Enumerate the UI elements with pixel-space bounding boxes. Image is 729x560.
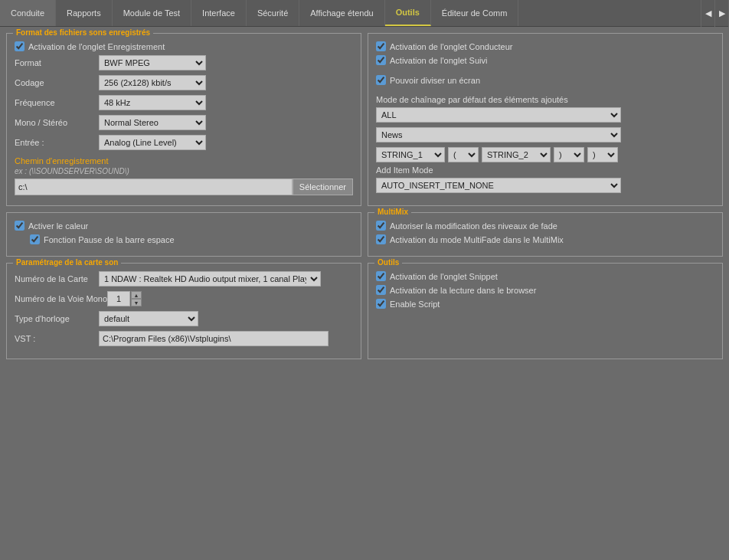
voie-label: Numéro de la Voie Mono [15,294,107,303]
suivi-checkbox[interactable] [376,55,386,65]
string1-select[interactable]: STRING_1 STRING_2 [376,147,445,162]
snippet-label: Activation de l'onglet Snippet [390,272,498,281]
horloge-label: Type d'horloge [15,314,99,323]
chaine-select[interactable]: ALL NONE FOLLOW [376,107,621,123]
entree-select[interactable]: Analog (Line Level) Digital [99,135,206,150]
carte-select[interactable]: 1 NDAW : Realtek HD Audio output mixer, … [99,271,321,287]
path-title: Chemin d'enregistrement [15,156,353,165]
path-input[interactable] [15,178,293,195]
lecture-label: Activation de la lecture dans le browser [390,286,536,295]
caleur-panel: Activer le caleur Fonction Pause de la b… [6,212,361,257]
carte-panel-title: Paramétrage de la carte son [13,258,121,267]
paren-close-select[interactable]: ) ] [554,147,584,162]
entree-row: Entrée : Analog (Line Level) Digital [15,135,353,150]
diviser-checkbox[interactable] [376,75,386,85]
multifade-checkbox[interactable] [376,234,386,244]
multifade-row: Activation du mode MultiFade dans le Mul… [376,234,714,244]
nav-item-affichage[interactable]: Affichage étendu [299,0,384,26]
format-select[interactable]: BWF MPEG WAV MP3 [99,55,206,70]
string2-select[interactable]: STRING_2 STRING_1 [482,147,551,162]
horloge-select[interactable]: default internal external [99,311,198,326]
suivi-row: Activation de l'onglet Suivi [376,55,714,65]
script-label: Enable Script [390,300,440,309]
spinner-buttons: ▲ ▼ [131,291,142,306]
news-select[interactable]: News Sport [376,127,621,142]
horloge-row: Type d'horloge default internal external [15,311,353,326]
mono-row: Mono / Stéréo Normal Stereo Mono [15,115,353,130]
add-item-select[interactable]: AUTO_INSERT_ITEM_NONE AUTO_INSERT_ITEM_A… [376,178,621,193]
path-section: Chemin d'enregistrement ex : (\\SOUNDSER… [15,156,353,195]
fade-checkbox[interactable] [376,221,386,231]
pause-label: Fonction Pause de la barre espace [44,235,175,244]
nav-item-module-test[interactable]: Module de Test [113,0,191,26]
codage-row: Codage 256 (2x128) kbit/s 128 kbit/s [15,75,353,90]
nav-item-outils[interactable]: Outils [385,0,431,26]
codage-label: Codage [15,78,99,87]
vst-input[interactable] [99,331,329,346]
multimix-panel-title: MultiMix [374,208,411,216]
format-panel: Format des fichiers sons enregistrés Act… [6,33,361,206]
nav-item-interface[interactable]: Interface [191,0,247,26]
format-label: Format [15,58,99,67]
paren-open-select[interactable]: ( [ [448,147,479,162]
chaining-row: STRING_1 STRING_2 ( [ STRING_2 STRING_1 … [376,147,714,162]
lecture-row: Activation de la lecture dans le browser [376,285,714,295]
frequence-label: Fréquence [15,98,99,107]
format-row: Format BWF MPEG WAV MP3 [15,55,353,70]
activation-enregistrement-label: Activation de l'onglet Enregistrement [28,42,165,51]
multifade-label: Activation du mode MultiFade dans le Mul… [390,235,564,244]
right-top-panel: Activation de l'onglet Conducteur Activa… [368,33,723,206]
nav-item-conduite[interactable]: Conduite [0,0,56,26]
spinner-up-btn[interactable]: ▲ [131,291,142,299]
diviser-label: Pouvoir diviser un écran [390,76,480,85]
conducteur-checkbox[interactable] [376,41,386,51]
caleur-label: Activer le caleur [28,221,88,231]
caleur-checkbox[interactable] [15,221,25,231]
diviser-row: Pouvoir diviser un écran [376,75,714,85]
nav-item-rapports[interactable]: Rapports [56,0,113,26]
nav-arrow-left[interactable]: ◀ [701,0,715,27]
nav-arrows: ◀ ▶ [701,0,729,27]
path-example: ex : (\\SOUNDSERVER\SOUND\) [15,167,353,175]
outils-panel: Outils Activation de l'onglet Snippet Ac… [368,263,723,359]
carte-panel: Paramétrage de la carte son Numéro de la… [6,263,361,359]
path-input-row: Sélectionner [15,178,353,195]
nav-item-editeur[interactable]: Éditeur de Comm [431,0,519,26]
voie-input[interactable] [107,291,130,306]
nav-arrow-right[interactable]: ▶ [715,0,729,27]
nav-item-securite[interactable]: Sécurité [247,0,299,26]
pause-row: Fonction Pause de la barre espace [30,234,353,244]
script-row: Enable Script [376,299,714,309]
fade-row: Autoriser la modification des niveaux de… [376,221,714,231]
conducteur-row: Activation de l'onglet Conducteur [376,41,714,51]
format-panel-title: Format des fichiers sons enregistrés [13,28,153,37]
voie-row: Numéro de la Voie Mono ▲ ▼ [15,291,353,306]
outils-panel-title: Outils [374,258,402,267]
codage-select[interactable]: 256 (2x128) kbit/s 128 kbit/s [99,75,206,90]
select-button[interactable]: Sélectionner [293,178,353,195]
snippet-checkbox[interactable] [376,271,386,281]
carte-label: Numéro de la Carte [15,274,99,283]
nav-bar: Conduite Rapports Module de Test Interfa… [0,0,729,27]
activation-enregistrement-row: Activation de l'onglet Enregistrement [15,41,353,51]
lecture-checkbox[interactable] [376,285,386,295]
mono-label: Mono / Stéréo [15,118,99,127]
vst-row: VST : [15,331,353,346]
mono-select[interactable]: Normal Stereo Mono [99,115,206,130]
frequence-select[interactable]: 48 kHz 44.1 kHz [99,95,206,110]
add-item-row: AUTO_INSERT_ITEM_NONE AUTO_INSERT_ITEM_A… [376,178,714,193]
frequence-row: Fréquence 48 kHz 44.1 kHz [15,95,353,110]
paren-extra-select[interactable]: ) ] [587,147,618,162]
chaine-row: ALL NONE FOLLOW [376,107,714,123]
activation-enregistrement-checkbox[interactable] [15,41,25,51]
carte-row: Numéro de la Carte 1 NDAW : Realtek HD A… [15,271,353,287]
caleur-row: Activer le caleur [15,221,353,231]
suivi-label: Activation de l'onglet Suivi [390,56,487,65]
entree-label: Entrée : [15,138,99,147]
pause-checkbox[interactable] [30,234,40,244]
voie-spinner: ▲ ▼ [107,291,142,306]
multimix-panel: MultiMix Autoriser la modification des n… [368,212,723,257]
spinner-down-btn[interactable]: ▼ [131,299,142,306]
add-item-label: Add Item Mode [376,165,714,175]
script-checkbox[interactable] [376,299,386,309]
